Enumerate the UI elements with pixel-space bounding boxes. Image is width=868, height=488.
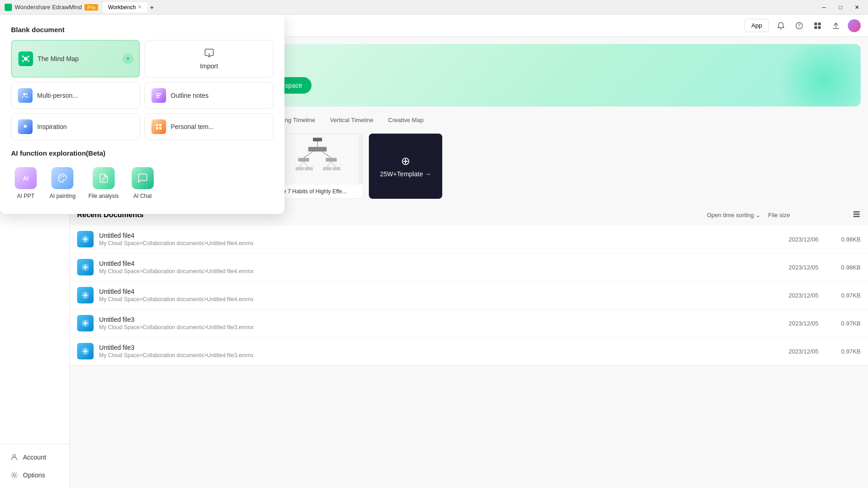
svg-rect-59	[853, 211, 860, 213]
upload-icon[interactable]	[829, 19, 842, 32]
titlebar: Wondershare EdrawMind Pro Workbench ✕ + …	[0, 0, 868, 15]
mind-map-add-icon: +	[122, 53, 134, 64]
import-item[interactable]: Import	[145, 40, 273, 78]
sidebar-item-options[interactable]: Options	[3, 466, 67, 484]
outline-notes-label: Outline notes	[171, 92, 209, 99]
file-analysis-icon	[93, 167, 115, 189]
grid-icon[interactable]	[811, 19, 824, 32]
maximize-button[interactable]: □	[834, 3, 847, 12]
doc-icon-5	[77, 343, 94, 359]
inspiration-icon	[18, 119, 33, 134]
template-image-3	[272, 134, 363, 185]
svg-point-88	[63, 175, 64, 177]
svg-point-86	[59, 177, 61, 179]
svg-point-87	[61, 175, 62, 177]
doc-date-1: 2023/12/06	[773, 236, 818, 243]
app-button[interactable]: App	[745, 19, 769, 32]
ai-chat-item[interactable]: AI Chat	[128, 163, 157, 203]
svg-rect-81	[156, 124, 158, 126]
pro-badge: Pro	[84, 4, 98, 11]
svg-text:AI: AI	[23, 175, 28, 182]
doc-icon-3	[77, 287, 94, 303]
more-templates-button[interactable]: ⊕ 25W+Template →	[369, 134, 442, 199]
inspiration-item[interactable]: Inspiration	[11, 113, 140, 140]
doc-name-5: Untitled file3	[99, 344, 767, 351]
svg-rect-57	[323, 167, 331, 170]
ai-chat-icon	[132, 167, 154, 189]
doc-info-4: Untitled file3 My Cloud Space>Collaborat…	[99, 316, 767, 331]
document-row-1[interactable]: Untitled file4 My Cloud Space>Collaborat…	[70, 225, 868, 253]
new-tab-button[interactable]: +	[147, 3, 156, 12]
import-icon	[204, 48, 215, 59]
sidebar-item-account[interactable]: Account	[3, 449, 67, 466]
blank-doc-grid: The Mind Map + Import Multi-person... Ou…	[11, 40, 273, 140]
svg-rect-78	[156, 93, 161, 94]
svg-rect-44	[313, 138, 322, 141]
doc-path-2: My Cloud Space>Collaboration documents>U…	[99, 268, 767, 275]
tab-creative-map[interactable]: Creative Map	[382, 114, 430, 126]
sort-chevron-icon: ⌄	[756, 212, 761, 219]
more-templates-icon: ⊕	[401, 155, 410, 168]
mind-map-icon	[18, 51, 33, 66]
svg-rect-54	[305, 167, 313, 170]
tab-close-icon[interactable]: ✕	[138, 4, 142, 10]
mind-map-item[interactable]: The Mind Map +	[11, 40, 140, 78]
doc-path-5: My Cloud Space>Collaboration documents>U…	[99, 352, 767, 359]
current-tab[interactable]: Workbench ✕	[103, 2, 147, 12]
svg-rect-15	[814, 22, 817, 25]
personal-template-label: Personal tem...	[171, 123, 214, 130]
minimize-button[interactable]: ─	[818, 3, 830, 12]
list-view-icon[interactable]	[852, 210, 861, 220]
svg-point-11	[13, 454, 16, 457]
outline-notes-item[interactable]: Outline notes	[145, 82, 273, 109]
svg-rect-50	[326, 158, 337, 162]
account-icon	[10, 453, 18, 461]
multiperson-item[interactable]: Multi-person...	[11, 82, 140, 109]
ai-functions-grid: AI AI PPT AI painting File analysis AI C…	[11, 163, 273, 203]
doc-name-1: Untitled file4	[99, 232, 767, 239]
svg-rect-58	[332, 167, 340, 170]
document-row-5[interactable]: Untitled file3 My Cloud Space>Collaborat…	[70, 337, 868, 365]
doc-icon-2	[77, 259, 94, 275]
doc-name-3: Untitled file4	[99, 288, 767, 295]
doc-path-3: My Cloud Space>Collaboration documents>U…	[99, 296, 767, 303]
doc-info-2: Untitled file4 My Cloud Space>Collaborat…	[99, 260, 767, 275]
create-dropdown: Blank document The Mind Map + Import Mul…	[0, 15, 284, 214]
window-controls: ─ □ ✕	[818, 3, 863, 12]
template-card-3[interactable]: The 7 Habits of Highly Effe...	[272, 134, 363, 199]
ai-ppt-item[interactable]: AI AI PPT	[11, 163, 40, 203]
ai-painting-item[interactable]: AI painting	[46, 163, 79, 203]
recent-documents-list: Untitled file4 My Cloud Space>Collaborat…	[70, 225, 868, 365]
doc-date-2: 2023/12/05	[773, 264, 818, 271]
svg-rect-83	[156, 127, 158, 129]
svg-rect-46	[308, 147, 327, 151]
svg-point-77	[26, 93, 28, 95]
file-analysis-item[interactable]: File analysis	[85, 163, 122, 203]
doc-info-3: Untitled file4 My Cloud Space>Collaborat…	[99, 288, 767, 303]
doc-date-4: 2023/12/05	[773, 320, 818, 327]
inspiration-label: Inspiration	[37, 123, 67, 130]
file-analysis-label: File analysis	[89, 193, 119, 199]
outline-notes-icon	[151, 88, 166, 103]
tab-vertical-timeline[interactable]: Vertical Timeline	[323, 114, 380, 126]
multiperson-label: Multi-person...	[37, 92, 78, 99]
ai-ppt-label: AI PPT	[17, 193, 34, 199]
sort-label: Open time sorting	[707, 212, 754, 219]
doc-name-4: Untitled file3	[99, 316, 767, 323]
svg-rect-17	[814, 26, 817, 29]
doc-size-4: 0.97KB	[824, 320, 861, 327]
document-row-4[interactable]: Untitled file3 My Cloud Space>Collaborat…	[70, 309, 868, 337]
options-label: Options	[23, 471, 45, 479]
document-row-2[interactable]: Untitled file4 My Cloud Space>Collaborat…	[70, 253, 868, 281]
document-row-3[interactable]: Untitled file4 My Cloud Space>Collaborat…	[70, 281, 868, 309]
close-button[interactable]: ✕	[851, 3, 863, 12]
sort-button[interactable]: Open time sorting ⌄	[707, 212, 761, 219]
svg-point-76	[23, 93, 26, 95]
doc-size-1: 0.98KB	[824, 236, 861, 243]
user-avatar[interactable]	[848, 19, 861, 32]
help-icon[interactable]: ?	[793, 19, 806, 32]
ai-painting-label: AI painting	[50, 193, 76, 199]
notification-bell-icon[interactable]	[774, 19, 787, 32]
ai-painting-icon	[51, 167, 73, 189]
personal-template-item[interactable]: Personal tem...	[145, 113, 273, 140]
